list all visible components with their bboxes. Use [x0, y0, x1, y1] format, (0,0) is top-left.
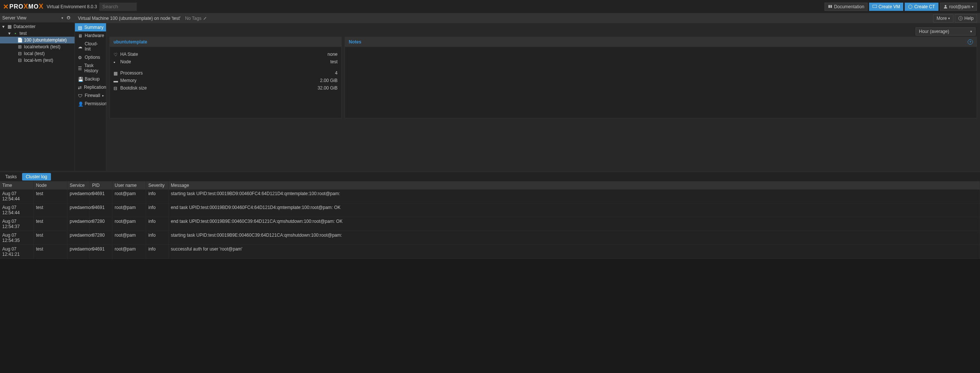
log-cell-node: test — [34, 217, 67, 231]
tree-network[interactable]: ⊞ localnetwork (test) — [0, 43, 75, 50]
storage-icon: ⊟ — [17, 51, 22, 56]
nav-firewall[interactable]: 🛡 Firewall ▸ — [75, 91, 106, 100]
info-value: test — [331, 59, 337, 64]
log-cell-time: Aug 07 12:54:37 — [0, 217, 34, 231]
col-time-header[interactable]: Time — [0, 181, 34, 189]
chevron-down-icon: ▾ — [61, 16, 63, 20]
more-button[interactable]: More ▾ — [933, 14, 953, 22]
collapse-icon[interactable]: ▾ — [2, 24, 5, 29]
chevron-down-icon: ▾ — [970, 30, 972, 33]
user-menu-button[interactable]: root@pam ▾ — [940, 3, 977, 11]
col-message-header[interactable]: Message — [169, 181, 980, 189]
log-cell-service: pvedaemon — [67, 217, 90, 231]
nav-label: Options — [85, 55, 100, 60]
nav-options[interactable]: ⚙ Options — [75, 53, 106, 62]
create-ct-label: Create CT — [914, 4, 935, 10]
tree-label: Datacenter — [13, 24, 36, 29]
nav-replication[interactable]: ⇄ Replication — [75, 83, 106, 91]
info-value: 32.00 GiB — [318, 86, 337, 90]
info-value: 2.00 GiB — [320, 78, 337, 83]
settings-button[interactable] — [65, 14, 72, 22]
memory-icon: ▬ — [113, 78, 118, 83]
log-cell-pid: 94691 — [90, 245, 112, 259]
nav-hardware[interactable]: 🖥 Hardware — [75, 32, 106, 40]
log-row[interactable]: Aug 07 12:41:21testpvedaemon94691root@pa… — [0, 245, 980, 259]
chevron-right-icon: ▸ — [102, 94, 104, 97]
tree-node[interactable]: ▾ ▪ test — [0, 30, 75, 37]
info-value: 4 — [335, 70, 337, 76]
log-cell-user: root@pam — [112, 203, 146, 217]
col-user-header[interactable]: User name — [112, 181, 146, 189]
tree-storage-lvm[interactable]: ⊟ local-lvm (test) — [0, 57, 75, 63]
chevron-down-icon: ▾ — [972, 5, 974, 9]
log-cell-service: pvedaemon — [67, 231, 90, 244]
tree-datacenter[interactable]: ▾ ▦ Datacenter — [0, 23, 75, 30]
top-bar: ✕ PROXMOX Virtual Environment 8.0.3 Docu… — [0, 0, 980, 13]
log-cell-severity: info — [146, 231, 169, 244]
panel-title: ubuntutemplate — [113, 39, 147, 44]
chart-icon: ▤ — [78, 25, 82, 30]
logo-icon: ✕ — [3, 3, 9, 11]
cube-icon — [908, 5, 913, 9]
log-cell-node: test — [34, 231, 67, 244]
list-icon: ☰ — [78, 66, 82, 70]
disk-icon: ⊟ — [113, 86, 118, 90]
pencil-icon — [203, 16, 207, 20]
info-bootdisk: ⊟Bootdisk size 32.00 GiB — [113, 84, 337, 92]
log-cell-node: test — [34, 203, 67, 217]
shield-icon: 🛡 — [78, 93, 83, 98]
svg-text:?: ? — [960, 17, 961, 20]
log-cell-message: starting task UPID:test:00019BD9:00460FC… — [169, 189, 980, 203]
version-label: Virtual Environment 8.0.3 — [46, 4, 97, 10]
timerange-select[interactable]: Hour (average) ▾ — [916, 27, 975, 36]
log-row[interactable]: Aug 07 12:54:44testpvedaemon94691root@pa… — [0, 189, 980, 203]
col-node-header[interactable]: Node — [34, 181, 67, 189]
save-icon: 💾 — [78, 77, 83, 81]
log-cell-service: pvedaemon — [67, 203, 90, 217]
user-label: root@pam — [949, 4, 970, 10]
view-selector[interactable]: Server View ▾ — [0, 13, 75, 22]
search-input[interactable] — [99, 3, 137, 11]
col-service-header[interactable]: Service — [67, 181, 90, 189]
nav-permissions[interactable]: 👤 Permissions — [75, 100, 106, 108]
log-cell-time: Aug 07 12:54:35 — [0, 231, 34, 244]
notes-body[interactable] — [345, 47, 977, 107]
nav-backup[interactable]: 💾 Backup — [75, 75, 106, 83]
col-pid-header[interactable]: PID — [90, 181, 112, 189]
tree-storage-local[interactable]: ⊟ local (test) — [0, 50, 75, 57]
nav-label: Hardware — [85, 33, 104, 38]
col-severity-header[interactable]: Severity — [146, 181, 169, 189]
nav-task-history[interactable]: ☰ Task History — [75, 62, 106, 75]
documentation-button[interactable]: Documentation — [824, 3, 868, 11]
log-cell-pid: 87280 — [90, 231, 112, 244]
storage-icon: ⊟ — [17, 58, 22, 63]
building-icon: ▪ — [113, 60, 118, 64]
create-ct-button[interactable]: Create CT — [905, 3, 938, 11]
log-cell-time: Aug 07 12:54:44 — [0, 203, 34, 217]
log-cell-severity: info — [146, 189, 169, 203]
create-vm-button[interactable]: Create VM — [869, 3, 903, 11]
help-icon: ? — [958, 16, 963, 21]
tab-cluster-log[interactable]: Cluster log — [22, 173, 51, 181]
tags-area[interactable]: No Tags — [185, 16, 207, 21]
help-button[interactable]: ? Help — [955, 14, 977, 22]
book-icon — [828, 5, 832, 9]
gear-icon: ⚙ — [78, 55, 83, 60]
log-cell-severity: info — [146, 245, 169, 259]
tree-vm[interactable]: 📄 100 (ubuntutemplate) — [0, 37, 75, 43]
help-icon[interactable]: ? — [968, 39, 973, 44]
log-row[interactable]: Aug 07 12:54:37testpvedaemon87280root@pa… — [0, 217, 980, 231]
panel-title: Notes — [349, 39, 361, 44]
nav-summary[interactable]: ▤ Summary — [75, 23, 106, 32]
collapse-icon[interactable]: ▾ — [8, 31, 11, 36]
server-icon: ▦ — [7, 24, 12, 29]
nav-label: Task History — [84, 63, 103, 73]
cpu-icon: ▦ — [113, 71, 118, 75]
log-row[interactable]: Aug 07 12:54:44testpvedaemon94691root@pa… — [0, 203, 980, 217]
tab-tasks[interactable]: Tasks — [2, 173, 21, 181]
nav-label: Summary — [84, 25, 103, 30]
documentation-label: Documentation — [834, 4, 864, 10]
svg-point-1 — [945, 5, 947, 7]
nav-cloud-init[interactable]: ☁ Cloud-Init — [75, 40, 106, 53]
log-row[interactable]: Aug 07 12:54:35testpvedaemon87280root@pa… — [0, 231, 980, 245]
